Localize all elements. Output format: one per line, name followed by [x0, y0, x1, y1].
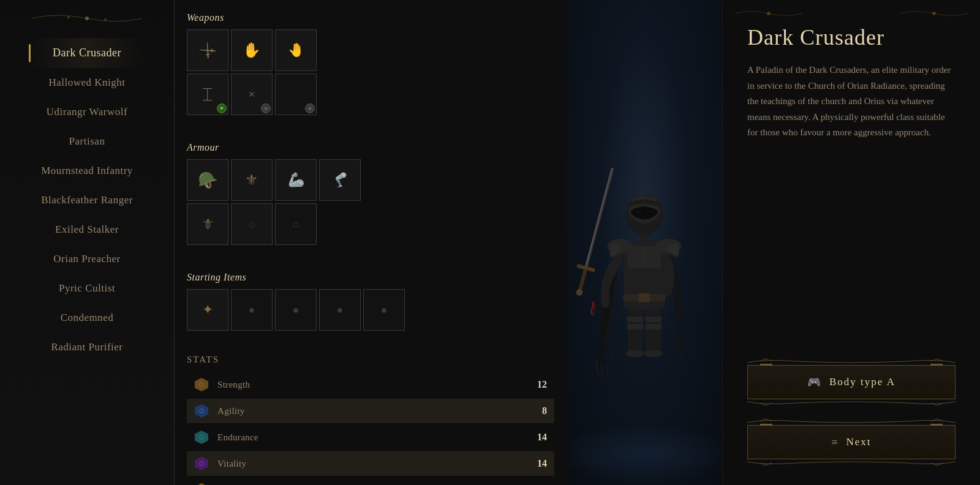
armour-slot-1[interactable]: 🪖	[187, 159, 228, 201]
slot-badge-gray: ×	[261, 103, 271, 113]
svg-point-28	[767, 12, 771, 15]
slot-badge-green: ✦	[217, 103, 227, 113]
class-detail-panel: Dark Crusader A Paladin of the Dark Crus…	[722, 0, 980, 485]
armour-slot-5[interactable]: 🗡	[187, 203, 228, 245]
svg-point-10	[644, 350, 663, 357]
svg-point-2	[104, 18, 107, 21]
agility-hex: ⬡	[195, 404, 208, 418]
sidebar-item-pyric-cultist[interactable]: Pyric Cultist	[29, 274, 145, 303]
sidebar-item-dark-crusader[interactable]: Dark Crusader	[29, 38, 145, 68]
armour-slot-4[interactable]: 🦿	[319, 159, 361, 201]
chest-icon: ⚜	[245, 171, 258, 189]
weapons-row-2: ⌶ ✦ ✕ × ×	[187, 73, 554, 115]
svg-point-0	[85, 17, 89, 20]
class-title: Dark Crusader	[747, 24, 956, 50]
item-slot-1[interactable]: ✦	[187, 289, 228, 331]
sword-icon: ⚔	[195, 37, 220, 62]
stat-row-vitality: ⬡Vitality14	[187, 451, 554, 476]
stats-list: ⬡Strength12⬡Agility8⬡Endurance14⬡Vitalit…	[187, 372, 554, 485]
item-icon-4: ●	[337, 304, 344, 317]
staff-icon: ⌶	[203, 85, 213, 103]
svg-rect-5	[627, 317, 644, 322]
svg-rect-8	[646, 324, 662, 329]
stat-row-strength: ⬡Strength12	[187, 372, 554, 397]
body-type-button[interactable]: 🎮 Body type A	[747, 365, 956, 399]
armour-row-2: 🗡 ○ ○	[187, 203, 554, 245]
glove-icon: 🤚	[288, 42, 304, 58]
weapon-slot-5[interactable]: ✕ ×	[231, 73, 273, 115]
sidebar-item-mournstead-infantry[interactable]: Mournstead Infantry	[29, 156, 145, 186]
weapon-slot-6[interactable]: ×	[275, 73, 317, 115]
agility-value: 8	[529, 405, 547, 416]
sidebar-item-exiled-stalker[interactable]: Exiled Stalker	[29, 215, 145, 244]
sidebar-item-radiant-purifier[interactable]: Radiant Purifier	[29, 333, 145, 362]
character-preview	[567, 0, 722, 485]
item-slot-3[interactable]: ●	[275, 289, 317, 331]
svg-point-27	[932, 12, 936, 15]
ring-icon: ○	[248, 217, 255, 231]
class-list: Dark CrusaderHallowed KnightUdirangr War…	[29, 38, 145, 362]
character-glow	[567, 424, 722, 485]
weapons-row-1: ⚔ ✋ 🤚	[187, 29, 554, 71]
stat-row-endurance: ⬡Endurance14	[187, 425, 554, 449]
weapons-section: Weapons ⚔ ✋ 🤚 ⌶ ✦ ✕ × ×	[175, 0, 567, 124]
cloak-icon: 🗡	[201, 216, 214, 232]
agility-name: Agility	[217, 406, 529, 416]
svg-point-9	[626, 350, 644, 357]
sidebar-item-condemned[interactable]: Condemned	[29, 303, 145, 333]
armour-slot-3[interactable]: 🦾	[275, 159, 317, 201]
sidebar-item-hallowed-knight[interactable]: Hallowed Knight	[29, 68, 145, 97]
strength-hex: ⬡	[195, 378, 208, 391]
strength-icon: ⬡	[194, 377, 209, 392]
weapon-slot-4[interactable]: ⌶ ✦	[187, 73, 228, 115]
next-container: ≡ Next	[747, 418, 956, 467]
empty-ring-icon: ○	[292, 217, 300, 231]
sidebar-item-partisan[interactable]: Partisan	[29, 127, 145, 156]
item-slot-5[interactable]: ●	[363, 289, 405, 331]
armour-label: Armour	[187, 142, 554, 153]
slot-badge-x: ✕	[248, 89, 255, 100]
class-sidebar: Dark CrusaderHallowed KnightUdirangr War…	[0, 0, 175, 485]
sidebar-item-orian-preacher[interactable]: Orian Preacher	[29, 244, 145, 274]
strength-value: 12	[529, 379, 547, 390]
endurance-icon: ⬡	[194, 430, 209, 445]
sidebar-top-ornament	[0, 6, 174, 38]
equipment-panel: Weapons ⚔ ✋ 🤚 ⌶ ✦ ✕ × ×	[175, 0, 567, 485]
slot-badge-gray-2: ×	[305, 103, 315, 113]
armour-row-1: 🪖 ⚜ 🦾 🦿	[187, 159, 554, 201]
item-icon-2: ●	[249, 304, 255, 317]
svg-rect-25	[635, 211, 642, 212]
armour-slot-6[interactable]: ○	[231, 203, 273, 245]
svg-point-20	[575, 288, 583, 296]
sidebar-item-blackfeather-ranger[interactable]: Blackfeather Ranger	[29, 186, 145, 215]
body-type-icon: 🎮	[807, 375, 821, 389]
stats-section: Stats ⬡Strength12⬡Agility8⬡Endurance14⬡V…	[175, 345, 567, 485]
vitality-value: 14	[529, 458, 547, 469]
item-slot-2[interactable]: ●	[231, 289, 273, 331]
armour-slot-7[interactable]: ○	[275, 203, 317, 245]
svg-rect-17	[585, 168, 612, 268]
starting-items-label: Starting Items	[187, 272, 554, 283]
vitality-icon: ⬡	[194, 456, 209, 471]
next-button[interactable]: ≡ Next	[747, 425, 956, 459]
weapon-slot-1[interactable]: ⚔	[187, 29, 228, 71]
armour-slot-2[interactable]: ⚜	[231, 159, 273, 201]
helm-icon: 🪖	[198, 171, 217, 190]
stat-row-agility: ⬡Agility8	[187, 399, 554, 423]
item-slot-4[interactable]: ●	[319, 289, 361, 331]
endurance-value: 14	[529, 432, 547, 443]
action-buttons: 🎮 Body type A ≡ Next	[747, 358, 956, 467]
stats-header: Stats	[187, 355, 554, 365]
sidebar-item-udirangr-warwolf[interactable]: Udirangr Warwolf	[29, 97, 145, 127]
agility-icon: ⬡	[194, 404, 209, 418]
endurance-name: Endurance	[217, 432, 529, 443]
weapon-slot-2[interactable]: ✋	[231, 29, 273, 71]
svg-rect-15	[639, 293, 650, 303]
starting-items-section: Starting Items ✦ ● ● ● ●	[175, 260, 567, 339]
next-label: Next	[846, 436, 872, 448]
svg-rect-19	[578, 269, 587, 292]
vitality-hex: ⬡	[195, 457, 208, 470]
starting-items-row: ✦ ● ● ● ●	[187, 289, 554, 331]
weapon-slot-3[interactable]: 🤚	[275, 29, 317, 71]
radiance-icon: ⬡	[194, 483, 209, 485]
